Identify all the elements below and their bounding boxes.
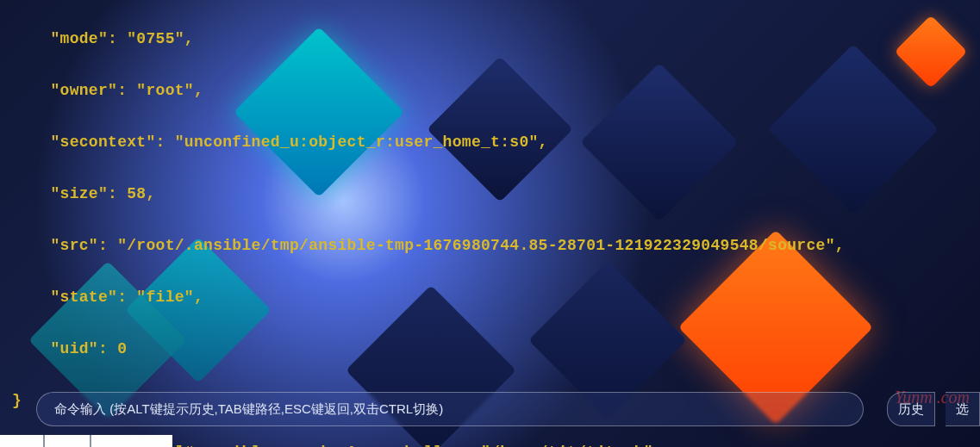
json-val: : 58, bbox=[108, 185, 156, 202]
json-val: : "file", bbox=[117, 289, 203, 306]
command-input[interactable]: 命令输入 (按ALT键提示历史,TAB键路径,ESC键返回,双击CTRL切换) bbox=[36, 392, 864, 426]
terminal-output[interactable]: "mode": "0755", "owner": "root", "secont… bbox=[0, 0, 980, 447]
window-tab-strip[interactable] bbox=[0, 435, 172, 447]
json-key: "secontext" bbox=[50, 133, 155, 151]
history-button[interactable]: 历史 bbox=[887, 392, 935, 426]
json-val: : "0755", bbox=[108, 30, 194, 47]
json-val: : 0 bbox=[98, 340, 127, 357]
command-text: ansible serviceA -m shell -a "/home/tjt/… bbox=[203, 444, 653, 447]
json-key: "src" bbox=[50, 237, 98, 254]
select-button[interactable]: 选 bbox=[946, 392, 980, 426]
json-key: "size" bbox=[50, 185, 108, 202]
json-key: "mode" bbox=[50, 30, 108, 47]
json-key: "uid" bbox=[50, 340, 98, 357]
json-val: : "unconfined_u:object_r:user_home_t:s0"… bbox=[156, 133, 548, 151]
command-input-bar: 命令输入 (按ALT键提示历史,TAB键路径,ESC键返回,双击CTRL切换) … bbox=[36, 392, 980, 426]
json-key: "owner" bbox=[50, 82, 117, 99]
json-val: : "root", bbox=[117, 82, 203, 99]
command-input-placeholder: 命令输入 (按ALT键提示历史,TAB键路径,ESC键返回,双击CTRL切换) bbox=[54, 401, 443, 418]
json-val: : "/root/.ansible/tmp/ansible-tmp-167698… bbox=[98, 237, 845, 254]
json-key: "state" bbox=[50, 289, 117, 306]
